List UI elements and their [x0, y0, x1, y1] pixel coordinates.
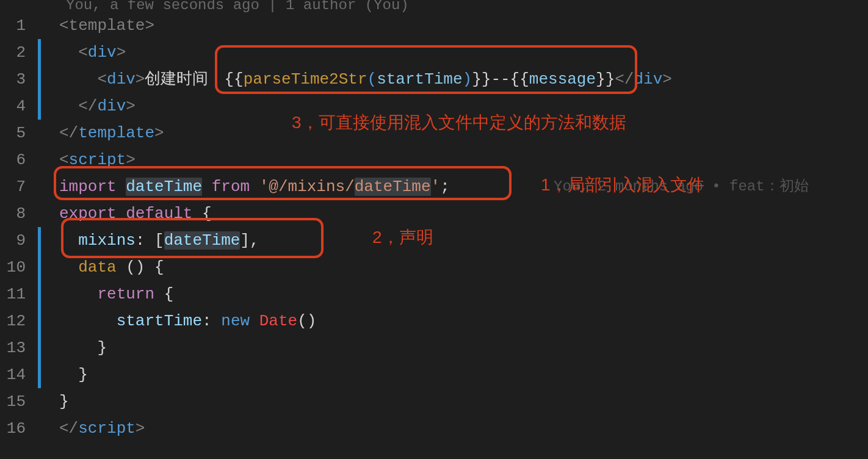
line-number[interactable]: 1 [0, 12, 26, 39]
code-line: <script> [59, 146, 868, 173]
code-line: data () { [59, 254, 868, 281]
code-line: import dateTime from '@/mixins/dateTime'… [59, 173, 868, 200]
line-number[interactable]: 14 [0, 361, 26, 388]
code-line: } [59, 334, 868, 361]
line-number[interactable]: 11 [0, 281, 26, 308]
git-blame-inline: You, 2 months ago • feat：初始 [554, 173, 809, 200]
code-line: <div>创建时间：{{parseTime2Str(startTime)}}--… [59, 66, 868, 93]
line-number[interactable]: 10 [0, 254, 26, 281]
code-line: </script> [59, 415, 868, 442]
code-line: <div> [59, 39, 868, 66]
line-number[interactable]: 5 [0, 120, 26, 146]
code-content[interactable]: <template> <div> <div>创建时间：{{parseTime2S… [41, 12, 868, 442]
line-number[interactable]: 6 [0, 146, 26, 173]
code-line: </template> [59, 120, 868, 146]
code-line: mixins: [dateTime], [59, 227, 868, 254]
line-number[interactable]: 12 [0, 308, 26, 334]
code-line: } [59, 361, 868, 388]
code-line: return { [59, 281, 868, 308]
code-line: export default { [59, 200, 868, 227]
code-line: <template> [59, 12, 868, 39]
line-number[interactable]: 4 [0, 93, 26, 120]
line-number[interactable]: 2 [0, 39, 26, 66]
line-number[interactable]: 8 [0, 200, 26, 227]
code-line: startTime: new Date() [59, 308, 868, 334]
line-number-gutter: 1 2 3 4 5 6 7 8 9 10 11 12 13 14 15 16 [0, 12, 38, 442]
line-number[interactable]: 9 [0, 227, 26, 254]
code-editor: 1 2 3 4 5 6 7 8 9 10 11 12 13 14 15 16 <… [0, 0, 868, 442]
line-number[interactable]: 15 [0, 388, 26, 415]
git-blame-header: You, a few seconds ago | 1 author (You) [66, 0, 409, 13]
line-number[interactable]: 7 [0, 173, 26, 200]
line-number[interactable]: 3 [0, 66, 26, 93]
code-line: } [59, 388, 868, 415]
code-line: </div> [59, 93, 868, 120]
line-number[interactable]: 13 [0, 334, 26, 361]
line-number[interactable]: 16 [0, 415, 26, 442]
